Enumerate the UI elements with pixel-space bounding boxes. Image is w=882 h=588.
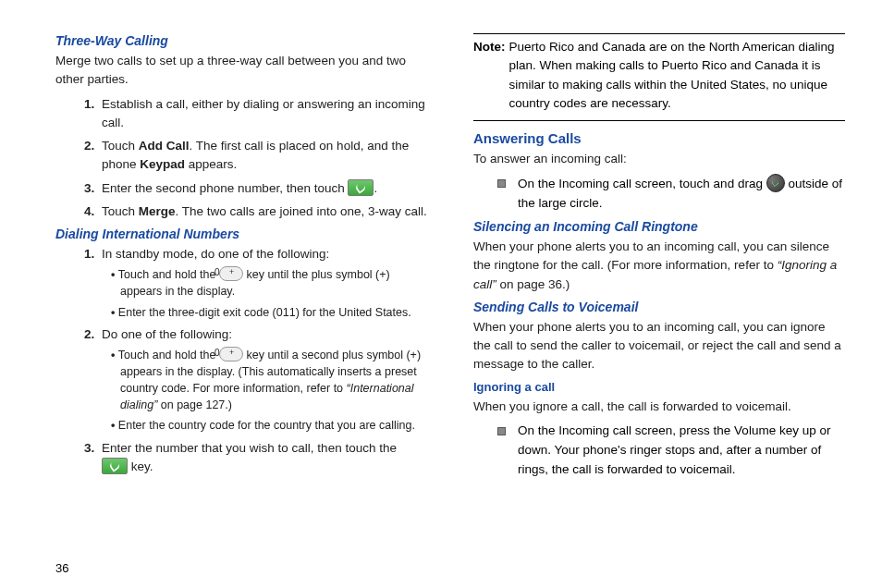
text: In standby mode, do one of the following… xyxy=(102,247,329,261)
heading-three-way: Three-Way Calling xyxy=(55,33,427,48)
note-block: Note: Puerto Rico and Canada are on the … xyxy=(473,33,845,121)
note-body: Puerto Rico and Canada are on the North … xyxy=(509,38,846,113)
intl-step-2: Do one of the following: Touch and hold … xyxy=(98,325,427,435)
right-column: Note: Puerto Rico and Canada are on the … xyxy=(473,28,845,579)
list-item: On the Incoming call screen, press the V… xyxy=(514,422,845,480)
step-3: Enter the second phone number, then touc… xyxy=(98,179,427,198)
text: on page 36.) xyxy=(496,277,570,291)
note-label: Note: xyxy=(473,38,509,113)
intl-step-1: In standby mode, do one of the following… xyxy=(98,245,427,321)
heading-silence: Silencing an Incoming Call Ringtone xyxy=(473,219,845,234)
heading-ignore: Ignoring a call xyxy=(473,380,845,394)
sub-item: Enter the three-digit exit code (011) fo… xyxy=(111,304,427,321)
heading-answering: Answering Calls xyxy=(473,130,845,146)
text: key. xyxy=(128,459,153,473)
sub-item: Touch and hold the key until a second pl… xyxy=(111,347,427,414)
label-merge: Merge xyxy=(139,204,176,218)
sub-item: Enter the country code for the country t… xyxy=(111,417,427,434)
zero-plus-key-icon xyxy=(219,266,243,281)
answer-list: On the Incoming call screen, touch and d… xyxy=(473,174,845,214)
step-2: Touch Add Call. The first call is placed… xyxy=(98,137,427,175)
left-column: Three-Way Calling Merge two calls to set… xyxy=(55,28,427,579)
text: When your phone alerts you to an incomin… xyxy=(473,239,829,272)
text: appears. xyxy=(185,157,237,171)
label-keypad: Keypad xyxy=(140,157,185,171)
three-way-intro: Merge two calls to set up a three-way ca… xyxy=(55,52,427,90)
step-1: Establish a call, either by dialing or a… xyxy=(98,95,427,133)
sub-item: Touch and hold the key until the plus sy… xyxy=(111,266,427,300)
text: on page 127.) xyxy=(157,398,232,411)
intl-step-3: Enter the number that you wish to call, … xyxy=(98,439,427,477)
voicemail-body: When your phone alerts you to an incomin… xyxy=(473,318,845,374)
page-number: 36 xyxy=(55,561,68,575)
label-add-call: Add Call xyxy=(139,139,190,153)
silence-body: When your phone alerts you to an incomin… xyxy=(473,238,845,294)
intl-step1-sub: Touch and hold the key until the plus sy… xyxy=(102,266,427,320)
step-4: Touch Merge. The two calls are joined in… xyxy=(98,202,427,221)
text: Touch and hold the xyxy=(118,268,219,281)
text: . The two calls are joined into one, 3-w… xyxy=(176,204,427,218)
manual-page: Three-Way Calling Merge two calls to set… xyxy=(0,0,882,588)
list-item: On the Incoming call screen, touch and d… xyxy=(514,174,845,214)
intl-step2-sub: Touch and hold the key until a second pl… xyxy=(102,347,427,435)
text: Do one of the following: xyxy=(102,327,232,341)
call-icon xyxy=(348,179,374,196)
text: Touch xyxy=(102,139,139,153)
text: Touch and hold the xyxy=(118,349,219,361)
text: Touch xyxy=(102,204,139,218)
answer-drag-icon xyxy=(766,174,785,192)
call-icon xyxy=(102,458,128,474)
three-way-steps: Establish a call, either by dialing or a… xyxy=(55,95,427,222)
text: . xyxy=(374,181,377,195)
zero-plus-key-icon xyxy=(219,347,243,361)
answer-intro: To answer an incoming call: xyxy=(473,150,845,168)
text: Enter the number that you wish to call, … xyxy=(102,441,397,455)
ignore-body: When you ignore a call, the call is forw… xyxy=(473,398,845,416)
intl-steps: In standby mode, do one of the following… xyxy=(55,245,427,476)
text: Enter the second phone number, then touc… xyxy=(102,181,348,195)
heading-voicemail: Sending Calls to Voicemail xyxy=(473,300,845,314)
text: On the Incoming call screen, touch and d… xyxy=(518,177,766,190)
ignore-list: On the Incoming call screen, press the V… xyxy=(473,422,845,480)
heading-intl: Dialing International Numbers xyxy=(55,227,427,241)
